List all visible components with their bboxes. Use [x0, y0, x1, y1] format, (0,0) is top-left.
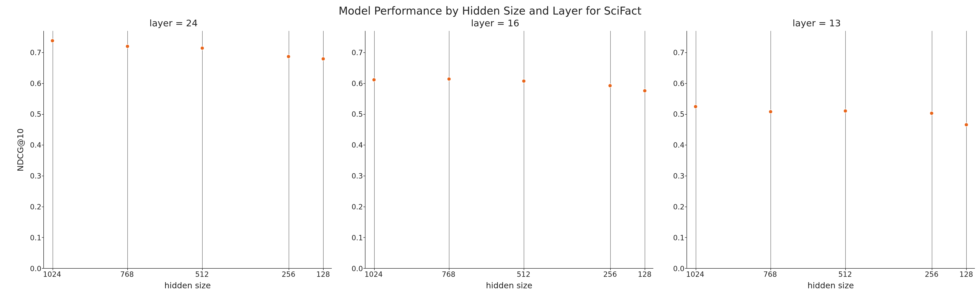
category-gridline	[323, 31, 324, 268]
x-tick-label: 128	[316, 270, 330, 279]
y-tick-mark	[685, 237, 687, 238]
y-axis-label-container: NDCG@10	[15, 31, 25, 269]
panel-title: layer = 13	[659, 18, 975, 28]
y-tick-label: 0.7	[673, 48, 684, 57]
category-gridline	[449, 31, 449, 268]
data-point	[694, 104, 698, 109]
y-tick-label: 0.4	[352, 141, 363, 150]
y-tick-labels: 0.00.10.20.30.40.50.60.7	[25, 31, 43, 269]
y-tick-label: 0.7	[352, 48, 363, 57]
x-axis-label: hidden size	[43, 280, 332, 290]
y-tick-label: 0.4	[673, 141, 684, 150]
y-tick-label: 0.6	[30, 79, 41, 88]
y-tick-label: 0.1	[352, 234, 363, 242]
plot-row: 0.00.10.20.30.40.50.60.7	[337, 31, 653, 269]
plot-area	[365, 31, 653, 269]
plot-area	[43, 31, 332, 269]
data-point	[372, 78, 376, 82]
y-tick-label: 0.2	[352, 203, 363, 211]
data-point	[964, 123, 969, 127]
y-axis-label: NDCG@10	[16, 128, 25, 171]
y-tick-labels: 0.00.10.20.30.40.50.60.7	[669, 31, 687, 269]
x-tick-label: 768	[442, 270, 455, 279]
y-tick-mark	[42, 207, 44, 207]
category-gridline	[645, 31, 645, 268]
figure: Model Performance by Hidden Size and Lay…	[0, 0, 980, 298]
y-tick-label: 0.7	[30, 48, 41, 57]
y-tick-mark	[42, 83, 44, 84]
y-tick-mark	[363, 176, 366, 176]
y-tick-label: 0.5	[352, 110, 363, 118]
y-axis-label-container	[337, 31, 347, 269]
y-tick-label: 0.5	[673, 110, 684, 118]
data-point	[286, 54, 291, 59]
panel-title: layer = 16	[337, 18, 653, 28]
x-tick-label: 128	[959, 270, 973, 279]
x-tick-row: 1024768512256128	[337, 269, 653, 280]
x-tick-label: 512	[195, 270, 209, 279]
category-gridline	[289, 31, 289, 268]
plot-row: 0.00.10.20.30.40.50.60.7	[659, 31, 975, 269]
x-tick-row: 1024768512256128	[15, 269, 332, 280]
data-point	[843, 109, 848, 113]
y-tick-mark	[363, 53, 366, 53]
y-tick-labels: 0.00.10.20.30.40.50.60.7	[347, 31, 365, 269]
x-tick-label: 256	[603, 270, 617, 279]
y-tick-label: 0.6	[352, 79, 363, 88]
data-point	[447, 77, 451, 81]
y-tick-mark	[42, 176, 44, 176]
y-tick-label: 0.2	[673, 203, 684, 211]
panel-layer-16: layer = 16 0.00.10.20.30.40.50.60.7 1024…	[337, 18, 653, 290]
x-tick-label: 128	[638, 270, 651, 279]
x-tick-label: 768	[763, 270, 777, 279]
x-tick-label: 1024	[686, 270, 704, 279]
plot-area	[687, 31, 975, 269]
y-tick-label: 0.2	[30, 203, 41, 211]
y-tick-mark	[363, 83, 366, 84]
category-gridline	[966, 31, 967, 268]
y-tick-mark	[685, 114, 687, 115]
x-tick-label: 512	[838, 270, 852, 279]
panel-title: layer = 24	[15, 18, 332, 28]
data-point	[608, 83, 612, 88]
y-tick-label: 0.3	[30, 172, 41, 180]
y-tick-label: 0.1	[673, 234, 684, 242]
x-tick-label: 1024	[43, 270, 61, 279]
plot-row: NDCG@10 0.00.10.20.30.40.50.60.7	[15, 31, 332, 269]
x-tick-label: 256	[282, 270, 295, 279]
category-gridline	[374, 31, 375, 268]
data-point	[643, 89, 647, 93]
y-tick-mark	[42, 237, 44, 238]
y-tick-mark	[363, 237, 366, 238]
y-tick-label: 0.1	[30, 234, 41, 242]
x-axis-label: hidden size	[687, 280, 975, 290]
y-tick-mark	[363, 114, 366, 115]
y-tick-mark	[42, 145, 44, 145]
y-axis-label-container	[659, 31, 669, 269]
y-tick-label: 0.4	[30, 141, 41, 150]
x-tick-label: 256	[925, 270, 939, 279]
category-gridline	[932, 31, 932, 268]
panel-layer-24: layer = 24 NDCG@10 0.00.10.20.30.40.50.6…	[15, 18, 332, 290]
data-point	[125, 44, 130, 48]
x-tick-label: 512	[517, 270, 530, 279]
y-tick-mark	[363, 207, 366, 207]
category-gridline	[127, 31, 128, 268]
category-gridline	[52, 31, 53, 268]
x-axis-label: hidden size	[365, 280, 653, 290]
data-point	[321, 57, 325, 61]
y-tick-mark	[42, 114, 44, 115]
data-point	[929, 111, 934, 115]
x-tick-labels: 1024768512256128	[687, 269, 975, 280]
x-tick-label: 768	[120, 270, 134, 279]
y-tick-label: 0.6	[673, 79, 684, 88]
panels-row: layer = 24 NDCG@10 0.00.10.20.30.40.50.6…	[15, 18, 975, 290]
y-tick-mark	[363, 145, 366, 145]
category-gridline	[524, 31, 524, 268]
y-tick-mark	[42, 53, 44, 53]
figure-suptitle: Model Performance by Hidden Size and Lay…	[0, 5, 980, 17]
x-tick-row: 1024768512256128	[659, 269, 975, 280]
y-tick-mark	[685, 53, 687, 53]
y-tick-mark	[685, 145, 687, 145]
y-tick-label: 0.3	[352, 172, 363, 180]
